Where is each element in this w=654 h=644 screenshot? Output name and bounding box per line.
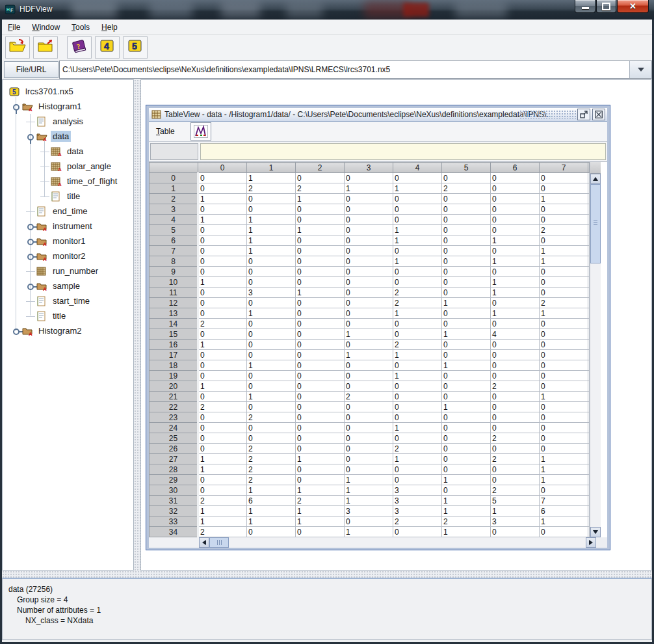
cell[interactable]: 0 bbox=[198, 350, 247, 360]
cell[interactable]: 2 bbox=[198, 527, 247, 537]
scroll-left-button[interactable] bbox=[199, 537, 209, 548]
cell[interactable]: 1 bbox=[198, 454, 247, 464]
cell[interactable]: 0 bbox=[247, 298, 296, 308]
cell[interactable]: 0 bbox=[491, 319, 540, 329]
cell[interactable]: 2 bbox=[393, 517, 442, 527]
cell[interactable]: 0 bbox=[345, 340, 393, 350]
row-header-15[interactable]: 15 bbox=[150, 329, 198, 340]
cell[interactable]: 2 bbox=[540, 298, 588, 308]
cell[interactable]: 2 bbox=[296, 183, 345, 194]
cell[interactable]: 0 bbox=[296, 360, 345, 371]
cell[interactable]: 1 bbox=[296, 485, 345, 496]
cell[interactable]: 0 bbox=[442, 412, 491, 423]
cell[interactable]: 0 bbox=[491, 392, 540, 402]
cell[interactable]: 1 bbox=[393, 350, 442, 360]
cell[interactable]: 0 bbox=[393, 215, 442, 225]
cell[interactable]: 3 bbox=[247, 288, 296, 298]
cell[interactable]: 3 bbox=[345, 506, 393, 517]
cell[interactable]: 1 bbox=[296, 454, 345, 464]
cell[interactable]: 0 bbox=[296, 464, 345, 475]
cell[interactable]: 0 bbox=[345, 173, 393, 183]
cell[interactable]: 0 bbox=[345, 360, 393, 371]
cell[interactable]: 0 bbox=[491, 423, 540, 433]
cell[interactable]: 0 bbox=[442, 371, 491, 381]
cell[interactable]: 0 bbox=[247, 350, 296, 360]
cell[interactable]: 0 bbox=[198, 235, 247, 246]
cell[interactable]: 0 bbox=[247, 340, 296, 350]
cell[interactable]: 2 bbox=[345, 392, 393, 402]
cell[interactable]: 0 bbox=[491, 475, 540, 485]
cell[interactable]: 0 bbox=[296, 173, 345, 183]
tree-item-end_time[interactable]: end_time bbox=[3, 204, 133, 219]
tree-item-start_time[interactable]: start_time bbox=[3, 293, 133, 308]
cell[interactable]: 0 bbox=[198, 475, 247, 485]
cell[interactable]: 0 bbox=[345, 423, 393, 433]
cell[interactable]: 6 bbox=[247, 496, 296, 506]
row-header-5[interactable]: 5 bbox=[150, 225, 198, 235]
cell[interactable]: 1 bbox=[393, 371, 442, 381]
cell[interactable]: 1 bbox=[442, 527, 491, 537]
close-file-button[interactable] bbox=[33, 36, 58, 59]
scroll-right-button[interactable] bbox=[586, 537, 596, 548]
cell[interactable]: 0 bbox=[345, 381, 393, 392]
cell[interactable]: 1 bbox=[393, 308, 442, 319]
cell[interactable]: 0 bbox=[247, 527, 296, 537]
tree-item-run_number[interactable]: run_number bbox=[3, 263, 133, 278]
tree-item-polar_angle[interactable]: Apolar_angle bbox=[3, 159, 133, 174]
cell[interactable]: 4 bbox=[491, 329, 540, 340]
cell[interactable]: 1 bbox=[345, 527, 393, 537]
cell[interactable]: 0 bbox=[393, 360, 442, 371]
split-divider-horizontal[interactable] bbox=[2, 570, 652, 578]
cell[interactable]: 0 bbox=[345, 288, 393, 298]
cell[interactable]: 0 bbox=[442, 246, 491, 256]
cell[interactable]: 0 bbox=[198, 392, 247, 402]
cell[interactable]: 1 bbox=[296, 194, 345, 204]
vertical-scroll-track[interactable] bbox=[590, 184, 601, 527]
cell[interactable]: 1 bbox=[247, 225, 296, 235]
cell[interactable]: 0 bbox=[198, 267, 247, 277]
cell[interactable]: 5 bbox=[491, 496, 540, 506]
cell[interactable]: 1 bbox=[247, 360, 296, 371]
cell[interactable]: 0 bbox=[442, 392, 491, 402]
cell[interactable]: 0 bbox=[198, 246, 247, 256]
cell[interactable]: 0 bbox=[442, 433, 491, 444]
cell[interactable]: 0 bbox=[198, 433, 247, 444]
cell[interactable]: 0 bbox=[540, 350, 588, 360]
cell[interactable]: 0 bbox=[393, 527, 442, 537]
tree-item-analysis[interactable]: analysis bbox=[3, 114, 133, 129]
cell[interactable]: 0 bbox=[345, 412, 393, 423]
fileurl-input[interactable] bbox=[60, 61, 629, 78]
cell[interactable]: 0 bbox=[442, 423, 491, 433]
row-header-14[interactable]: 14 bbox=[150, 319, 198, 329]
cell[interactable]: 1 bbox=[540, 308, 588, 319]
cell[interactable]: 0 bbox=[296, 319, 345, 329]
cell[interactable]: 0 bbox=[296, 204, 345, 215]
tree-item-monitor2[interactable]: Amonitor2 bbox=[3, 248, 133, 263]
cell[interactable]: 2 bbox=[491, 454, 540, 464]
cell[interactable]: 3 bbox=[393, 485, 442, 496]
cell[interactable]: 0 bbox=[198, 412, 247, 423]
row-header-3[interactable]: 3 bbox=[150, 204, 198, 215]
cell[interactable]: 0 bbox=[198, 256, 247, 267]
tree-item-monitor1[interactable]: Amonitor1 bbox=[3, 234, 133, 248]
cell[interactable]: 0 bbox=[540, 433, 588, 444]
cell[interactable]: 0 bbox=[540, 444, 588, 454]
cell[interactable]: 0 bbox=[393, 277, 442, 288]
cell[interactable]: 0 bbox=[393, 173, 442, 183]
scroll-up-button[interactable] bbox=[590, 174, 601, 184]
cell[interactable]: 0 bbox=[491, 350, 540, 360]
row-header-8[interactable]: 8 bbox=[150, 256, 198, 267]
cell[interactable]: 0 bbox=[491, 412, 540, 423]
cell[interactable]: 0 bbox=[345, 194, 393, 204]
cell[interactable]: 0 bbox=[491, 402, 540, 412]
cell[interactable]: 0 bbox=[345, 444, 393, 454]
cell[interactable]: 0 bbox=[247, 433, 296, 444]
cell[interactable]: 2 bbox=[247, 412, 296, 423]
row-header-6[interactable]: 6 bbox=[150, 235, 198, 246]
cell[interactable]: 0 bbox=[247, 319, 296, 329]
frame-maximize-button[interactable] bbox=[577, 109, 590, 120]
cell[interactable]: 1 bbox=[491, 256, 540, 267]
cell[interactable]: 0 bbox=[442, 256, 491, 267]
cell[interactable]: 3 bbox=[393, 506, 442, 517]
cell[interactable]: 1 bbox=[247, 246, 296, 256]
